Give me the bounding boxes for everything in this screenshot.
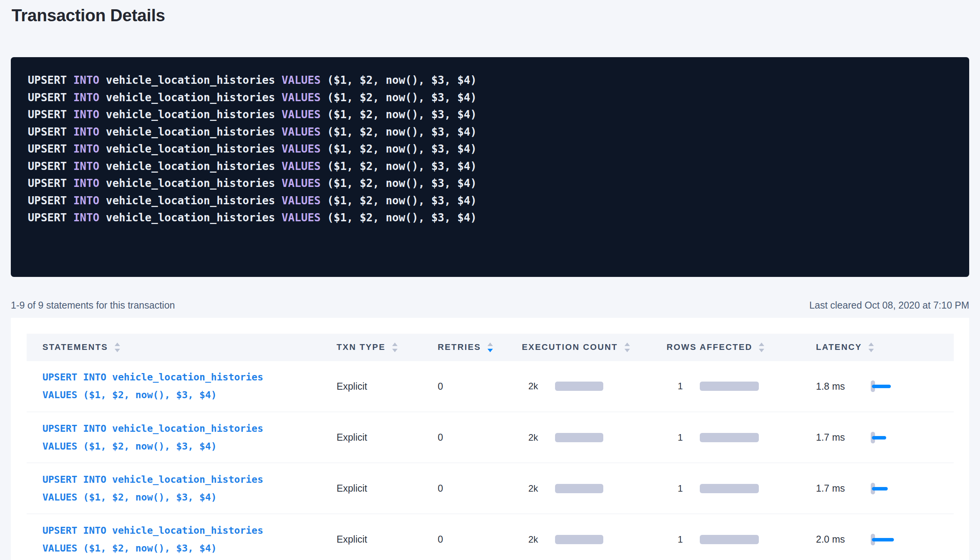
rows-affected-bar <box>700 484 759 493</box>
statements-count-text: 1-9 of 9 statements for this transaction <box>11 299 175 312</box>
column-header-statements[interactable]: STATEMENTS <box>27 334 332 361</box>
latency-bar-chart <box>871 380 902 392</box>
sort-arrows-icon[interactable] <box>115 343 120 352</box>
retries-value: 0 <box>438 534 443 545</box>
latency-bar-chart <box>871 482 902 495</box>
statement-line-2: VALUES ($1, $2, now(), $3, $4) <box>42 386 332 404</box>
latency-value: 1.7 ms <box>816 483 846 494</box>
execution-count-bar <box>555 433 603 442</box>
txn-type-value: Explicit <box>337 381 367 392</box>
sql-statement-line: UPSERT INTO vehicle_location_histories V… <box>28 89 954 107</box>
rows-affected-value: 1 <box>667 483 683 494</box>
table-row: UPSERT INTO vehicle_location_histories V… <box>27 463 954 514</box>
latency-bar <box>872 538 894 541</box>
latency-bar <box>872 385 891 388</box>
column-header-execution-count[interactable]: EXECUTION COUNT <box>517 334 662 361</box>
sql-statement-line: UPSERT INTO vehicle_location_histories V… <box>28 175 954 192</box>
table-header-row: STATEMENTS TXN TYPE RETRIES <box>27 334 954 361</box>
latency-bar <box>872 487 888 490</box>
column-header-rows-affected[interactable]: ROWS AFFECTED <box>662 334 811 361</box>
rows-affected-bar <box>700 433 759 442</box>
table-row: UPSERT INTO vehicle_location_histories V… <box>27 412 954 463</box>
table-row: UPSERT INTO vehicle_location_histories V… <box>27 361 954 412</box>
page: Transaction Details UPSERT INTO vehicle_… <box>0 0 980 560</box>
rows-affected-value: 1 <box>667 534 683 545</box>
latency-value: 2.0 ms <box>816 534 846 545</box>
sql-statement-line: UPSERT INTO vehicle_location_histories V… <box>28 192 954 210</box>
execution-count-bar <box>555 484 603 493</box>
statement-line-1: UPSERT INTO vehicle_location_histories <box>42 471 332 489</box>
statement-link[interactable]: UPSERT INTO vehicle_location_histories V… <box>42 368 332 404</box>
rows-affected-value: 1 <box>667 381 683 392</box>
retries-value: 0 <box>438 381 443 392</box>
last-cleared-text: Last cleared Oct 08, 2020 at 7:10 PM <box>809 299 969 312</box>
txn-type-value: Explicit <box>337 432 367 443</box>
statement-line-1: UPSERT INTO vehicle_location_histories <box>42 420 332 438</box>
sql-statement-line: UPSERT INTO vehicle_location_histories V… <box>28 141 954 158</box>
retries-value: 0 <box>438 483 443 494</box>
execution-count-bar <box>555 382 603 391</box>
execution-count-value: 2k <box>522 432 538 443</box>
sort-arrows-icon[interactable] <box>759 343 764 352</box>
sql-statement-line: UPSERT INTO vehicle_location_histories V… <box>28 158 954 175</box>
statement-line-2: VALUES ($1, $2, now(), $3, $4) <box>42 489 332 506</box>
column-header-retries[interactable]: RETRIES <box>433 334 517 361</box>
txn-type-value: Explicit <box>337 534 367 545</box>
statement-link[interactable]: UPSERT INTO vehicle_location_histories V… <box>42 522 332 557</box>
sort-arrows-icon[interactable] <box>487 343 493 352</box>
statement-line-1: UPSERT INTO vehicle_location_histories <box>42 368 332 386</box>
sort-arrows-icon[interactable] <box>868 343 874 352</box>
column-header-latency[interactable]: LATENCY <box>811 334 954 361</box>
execution-count-value: 2k <box>522 381 538 392</box>
summary-row: 1-9 of 9 statements for this transaction… <box>11 299 969 312</box>
page-title: Transaction Details <box>12 6 969 25</box>
statement-line-1: UPSERT INTO vehicle_location_histories <box>42 522 332 540</box>
sort-arrows-icon[interactable] <box>625 343 630 352</box>
rows-affected-value: 1 <box>667 432 683 443</box>
latency-value: 1.8 ms <box>816 381 846 392</box>
sql-statement-line: UPSERT INTO vehicle_location_histories V… <box>28 72 954 89</box>
column-header-txn-type[interactable]: TXN TYPE <box>332 334 433 361</box>
statement-line-2: VALUES ($1, $2, now(), $3, $4) <box>42 540 332 557</box>
execution-count-bar <box>555 535 603 544</box>
rows-affected-bar <box>700 382 759 391</box>
sql-statements-box: UPSERT INTO vehicle_location_histories V… <box>11 57 969 277</box>
sql-statement-line: UPSERT INTO vehicle_location_histories V… <box>28 209 954 227</box>
execution-count-value: 2k <box>522 534 538 545</box>
table-row: UPSERT INTO vehicle_location_histories V… <box>27 514 954 560</box>
latency-bar-chart <box>871 431 902 444</box>
statements-table: STATEMENTS TXN TYPE RETRIES <box>27 334 954 560</box>
sql-statement-line: UPSERT INTO vehicle_location_histories V… <box>28 124 954 141</box>
txn-type-value: Explicit <box>337 483 367 494</box>
statement-link[interactable]: UPSERT INTO vehicle_location_histories V… <box>42 471 332 506</box>
statements-table-card: STATEMENTS TXN TYPE RETRIES <box>11 318 969 560</box>
latency-value: 1.7 ms <box>816 432 846 443</box>
statement-line-2: VALUES ($1, $2, now(), $3, $4) <box>42 438 332 455</box>
sql-statement-line: UPSERT INTO vehicle_location_histories V… <box>28 106 954 124</box>
latency-bar <box>872 436 886 440</box>
execution-count-value: 2k <box>522 483 538 494</box>
sort-arrows-icon[interactable] <box>392 343 398 352</box>
statement-link[interactable]: UPSERT INTO vehicle_location_histories V… <box>42 420 332 455</box>
retries-value: 0 <box>438 432 443 443</box>
latency-bar-chart <box>871 533 902 546</box>
rows-affected-bar <box>700 535 759 544</box>
